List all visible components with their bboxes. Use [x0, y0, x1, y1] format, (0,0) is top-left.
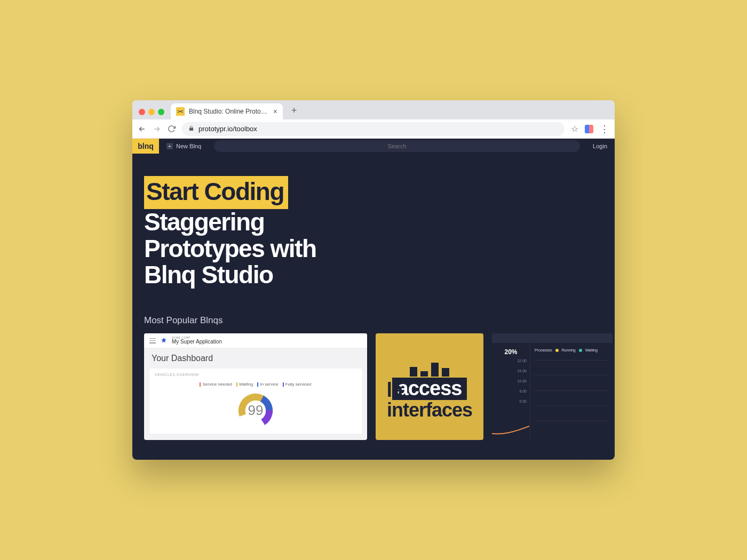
- card3-left-panel: 20% 32.00 24.00 16.00 8.00 0.00: [492, 343, 530, 440]
- extension-icon[interactable]: [585, 125, 593, 133]
- chart-legend: Service needed Waiting In service Fully …: [155, 377, 356, 390]
- reload-button[interactable]: [168, 125, 176, 133]
- sparkline-icon: [492, 418, 529, 437]
- login-link[interactable]: Login: [585, 143, 615, 149]
- card2-prefix: la: [387, 379, 403, 402]
- new-tab-button[interactable]: +: [286, 105, 303, 119]
- tab-title: Blnq Studio: Online Prototyping P: [189, 108, 269, 115]
- app-logo-icon: [160, 337, 168, 345]
- hero-line-4: Blnq Studio: [144, 262, 603, 289]
- cards-row: acme corp My Super Application Your Dash…: [132, 333, 615, 440]
- blnq-card-access[interactable]: la access interfaces: [376, 333, 483, 440]
- bar-chart-icon: [410, 363, 449, 377]
- brand-text: acme corp My Super Application: [172, 337, 222, 345]
- section-title: Most Popular Blnqs: [132, 294, 615, 333]
- url-text: prototypr.io/toolbox: [198, 125, 257, 133]
- favicon-icon: ><: [176, 107, 185, 116]
- new-blnq-button[interactable]: + New Blnq: [159, 143, 209, 149]
- window-minimize-icon[interactable]: [148, 109, 155, 115]
- kebab-menu-icon[interactable]: ⋮: [600, 123, 609, 135]
- chart-grid-icon: [534, 360, 609, 436]
- search-field[interactable]: [214, 140, 580, 152]
- browser-window: >< Blnq Studio: Online Prototyping P × +…: [132, 100, 615, 460]
- donut-chart: 99: [155, 390, 356, 429]
- y-axis: 32.00 24.00 16.00 8.00 0.00: [495, 359, 527, 403]
- vehicles-panel: VEHICLES OVERVIEW Service needed Waiting…: [149, 369, 362, 434]
- card3-header-bar: [492, 333, 613, 343]
- lock-icon: [188, 125, 194, 133]
- blnq-card-dashboard[interactable]: acme corp My Super Application Your Dash…: [144, 333, 367, 440]
- blnq-logo[interactable]: blnq: [132, 139, 159, 154]
- hero-line-2: Staggering: [144, 209, 603, 236]
- traffic-lights: [138, 109, 168, 119]
- card2-sub: interfaces: [387, 399, 472, 421]
- tab-strip: >< Blnq Studio: Online Prototyping P × +: [132, 100, 615, 119]
- process-legend: Processes Running Waiting: [535, 348, 608, 352]
- dot-waiting-icon: [579, 349, 582, 352]
- plus-icon: +: [166, 143, 173, 149]
- hero-line-3: Prototypes with: [144, 236, 603, 262]
- percent-value: 20%: [495, 348, 527, 356]
- card3-right-panel: Processes Running Waiting: [530, 343, 613, 440]
- browser-tab[interactable]: >< Blnq Studio: Online Prototyping P ×: [171, 103, 283, 119]
- search-input[interactable]: [360, 143, 434, 149]
- panel-label: VEHICLES OVERVIEW: [155, 373, 356, 377]
- dashboard-title: Your Dashboard: [144, 348, 367, 369]
- address-bar[interactable]: prototypr.io/toolbox: [182, 122, 565, 136]
- blnq-card-processes[interactable]: 20% 32.00 24.00 16.00 8.00 0.00: [492, 333, 613, 440]
- bookmark-star-icon[interactable]: ☆: [571, 124, 578, 134]
- card2-word: access: [392, 378, 467, 400]
- hamburger-icon: [149, 338, 156, 343]
- close-tab-icon[interactable]: ×: [273, 107, 277, 116]
- window-close-icon[interactable]: [139, 109, 145, 115]
- new-blnq-label: New Blnq: [176, 143, 201, 149]
- browser-toolbar: prototypr.io/toolbox ☆ ⋮: [132, 119, 615, 139]
- donut-value: 99: [248, 402, 264, 419]
- page-viewport: blnq + New Blnq Login Start Coding Stagg…: [132, 139, 615, 460]
- app-header: blnq + New Blnq Login: [132, 139, 615, 154]
- hero: Start Coding Staggering Prototypes with …: [132, 154, 615, 294]
- back-button[interactable]: [138, 125, 146, 133]
- dot-running-icon: [555, 349, 559, 352]
- window-maximize-icon[interactable]: [158, 109, 164, 115]
- forward-button[interactable]: [153, 125, 161, 133]
- hero-highlight: Start Coding: [144, 176, 288, 209]
- card1-header: acme corp My Super Application: [144, 333, 367, 348]
